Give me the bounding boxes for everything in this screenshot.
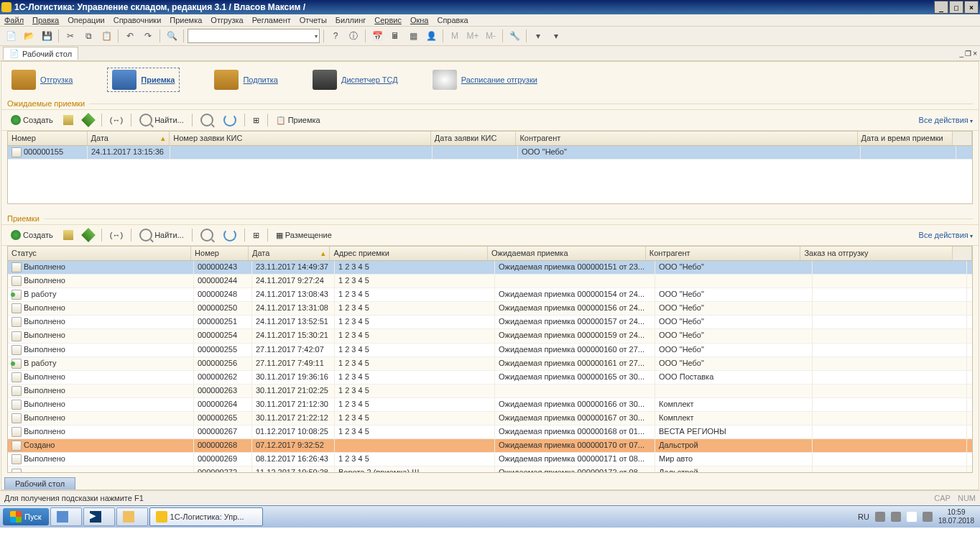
menu-edit[interactable]: Правка <box>32 16 59 24</box>
table-row[interactable]: Выполнено00000026330.11.2017 21:02:251 2… <box>8 385 972 398</box>
tray-icon[interactable] <box>891 512 901 522</box>
table-row[interactable]: Создано00000026807.12.2017 9:32:52Ожидае… <box>8 439 972 453</box>
table-row[interactable]: Выполнено00000026430.11.2017 21:12:301 2… <box>8 398 972 412</box>
taskbar-powershell[interactable]: ▶ <box>83 507 115 526</box>
all-actions-button[interactable]: Все действия <box>919 231 973 239</box>
col-order[interactable]: Заказ на отгрузку <box>800 247 953 260</box>
col-kis-date[interactable]: Дата заявки КИС <box>431 132 517 145</box>
col-status[interactable]: Статус <box>8 247 191 260</box>
taskbar-explorer[interactable] <box>50 507 82 526</box>
nav-raspisanie[interactable]: Расписание отгрузки <box>433 70 537 90</box>
swap-button[interactable]: (↔) <box>106 114 126 126</box>
start-button[interactable]: Пуск <box>3 508 49 525</box>
m-icon[interactable]: M <box>447 28 463 44</box>
col-number[interactable]: Номер <box>191 247 249 260</box>
tab-minimize-icon[interactable]: _ <box>960 50 964 58</box>
col-delivery-dt[interactable]: Дата и время приемки <box>858 132 953 145</box>
m-plus-icon[interactable]: M+ <box>465 28 481 44</box>
drop2-icon[interactable]: ▾ <box>548 28 564 44</box>
edit-button[interactable] <box>80 114 97 126</box>
nav-otgruzka[interactable]: Отгрузка <box>11 70 73 90</box>
table-row[interactable]: Выполнено00000024323.11.2017 14:49:371 2… <box>8 261 972 275</box>
info-icon[interactable]: ⓘ <box>346 28 361 44</box>
table-icon[interactable]: ▦ <box>405 28 421 44</box>
help-icon[interactable]: ? <box>328 28 343 44</box>
copy-icon[interactable]: ⧉ <box>80 28 96 44</box>
menu-reglament[interactable]: Регламент <box>252 16 291 24</box>
user-icon[interactable]: 👤 <box>423 28 439 44</box>
doc-tab-desktop[interactable]: Рабочий стол <box>4 477 75 489</box>
table-row[interactable]: Выполнено00000024424.11.2017 9:27:241 2 … <box>8 275 972 288</box>
table-row[interactable]: Выполнено00000025527.11.2017 7:42:071 2 … <box>8 344 972 357</box>
lang-indicator[interactable]: RU <box>858 512 869 521</box>
table-row[interactable]: В работу00000024824.11.2017 13:08:431 2 … <box>8 288 972 302</box>
clear-filter-button[interactable] <box>197 227 217 243</box>
menu-help[interactable]: Справка <box>437 16 468 24</box>
table-row[interactable]: Выполнено00000025424.11.2017 15:30:211 2… <box>8 329 972 343</box>
col-date[interactable]: Дата ▴ <box>249 247 330 260</box>
taskbar-folder[interactable] <box>116 507 148 526</box>
clear-filter-button[interactable] <box>197 112 217 128</box>
find-icon[interactable]: 🔍 <box>164 28 180 44</box>
table-row[interactable]: В работу00000025627.11.2017 7:49:111 2 3… <box>8 357 972 371</box>
menu-reports[interactable]: Отчеты <box>300 16 327 24</box>
table-row[interactable]: Выполнено00000026701.12.2017 10:08:251 2… <box>8 426 972 439</box>
find-button[interactable]: Найти... <box>136 227 188 243</box>
tree-button[interactable]: ⊞ <box>249 229 263 242</box>
table-row[interactable]: Выполнено00000025024.11.2017 13:31:081 2… <box>8 302 972 316</box>
cut-icon[interactable]: ✂ <box>63 28 78 44</box>
calc-icon[interactable]: 🖩 <box>387 28 403 44</box>
menu-service[interactable]: Сервис <box>374 16 402 24</box>
settings-icon[interactable]: 🔧 <box>507 28 522 44</box>
taskbar-app[interactable]: 1С-Логистика: Упр... <box>149 507 263 526</box>
copy-button[interactable] <box>60 229 77 242</box>
tab-restore-icon[interactable]: ❐ <box>965 50 971 58</box>
quick-search-combo[interactable]: ▾ <box>188 29 320 43</box>
nav-priemka[interactable]: Приемка <box>107 68 180 92</box>
table-row[interactable]: 00000027211.12.2017 10:50:28Ворота 2 (пр… <box>8 466 972 472</box>
table-row[interactable]: 000000155 24.11.2017 13:15:36 ООО "Небо" <box>8 146 972 160</box>
close-button[interactable]: × <box>964 1 979 14</box>
col-number[interactable]: Номер <box>8 132 88 145</box>
tree-button[interactable]: ⊞ <box>249 114 263 126</box>
col-agent[interactable]: Контрагент <box>646 247 801 260</box>
create-button[interactable]: Создать <box>7 114 57 126</box>
menu-references[interactable]: Справочники <box>114 16 162 24</box>
col-address[interactable]: Адрес приемки <box>330 247 488 260</box>
minimize-button[interactable]: _ <box>934 1 948 14</box>
tray-sound-icon[interactable] <box>923 512 933 522</box>
maximize-button[interactable]: □ <box>949 1 963 14</box>
table-row[interactable]: Выполнено00000026530.11.2017 21:22:121 2… <box>8 412 972 426</box>
tab-desktop[interactable]: 📄 Рабочий стол <box>3 47 78 60</box>
table-row[interactable]: Выполнено00000026908.12.2017 16:26:431 2… <box>8 453 972 466</box>
refresh-button[interactable] <box>220 112 240 128</box>
calendar-icon[interactable]: 📅 <box>369 28 385 44</box>
col-expected[interactable]: Ожидаемая приемка <box>488 247 646 260</box>
paste-icon[interactable]: 📋 <box>98 28 114 44</box>
new-doc-icon[interactable]: 📄 <box>3 28 19 44</box>
refresh-button[interactable] <box>220 227 240 243</box>
save-icon[interactable]: 💾 <box>39 28 55 44</box>
copy-button[interactable] <box>60 114 77 126</box>
menu-operations[interactable]: Операции <box>68 16 104 24</box>
col-date[interactable]: Дата ▴ <box>88 132 170 145</box>
nav-podpitka[interactable]: Подпитка <box>214 70 278 90</box>
tray-flag-icon[interactable] <box>907 512 917 522</box>
edit-button[interactable] <box>80 229 97 242</box>
redo-icon[interactable]: ↷ <box>140 28 156 44</box>
menu-file[interactable]: Файл <box>4 16 24 24</box>
action-placement-button[interactable]: ▦ Размещение <box>272 229 336 242</box>
col-kis-num[interactable]: Номер заявки КИС <box>170 132 431 145</box>
create-button[interactable]: Создать <box>7 229 57 242</box>
clock[interactable]: 10:5918.07.2018 <box>938 508 974 525</box>
menu-outcome[interactable]: Отгрузка <box>211 16 243 24</box>
menu-income[interactable]: Приемка <box>170 16 202 24</box>
nav-dispatcher[interactable]: Диспетчер ТСД <box>313 70 398 90</box>
col-agent[interactable]: Контрагент <box>516 132 857 145</box>
find-button[interactable]: Найти... <box>136 112 188 128</box>
tab-close-icon[interactable]: × <box>973 50 977 58</box>
m-minus-icon[interactable]: M- <box>483 28 499 44</box>
table-row[interactable]: Выполнено00000025124.11.2017 13:52:511 2… <box>8 316 972 329</box>
action-priemka-button[interactable]: 📋 Приемка <box>272 114 324 126</box>
table-row[interactable]: Выполнено00000026230.11.2017 19:36:161 2… <box>8 371 972 385</box>
